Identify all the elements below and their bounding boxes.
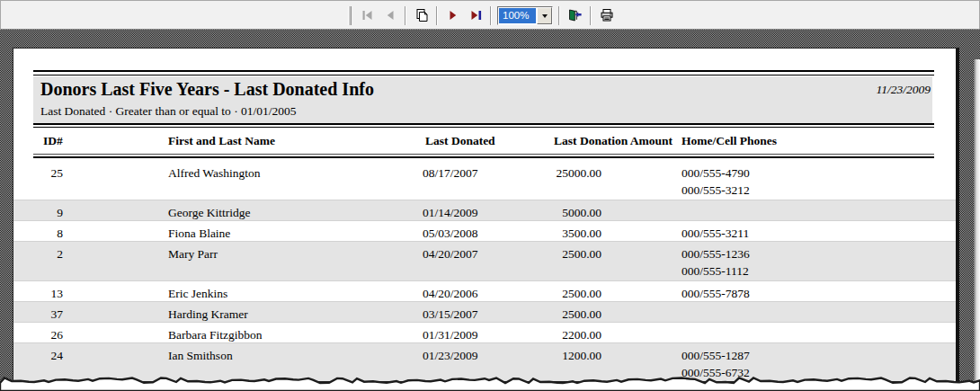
cell-last-donated: 04/20/2006 (423, 285, 478, 302)
cell-amount: 3500.00 (515, 225, 601, 242)
header-underline (33, 154, 934, 155)
cell-name: Harding Kramer (168, 306, 248, 323)
cell-amount: 25000.00 (515, 164, 601, 182)
column-header-amount: Last Donation Amount (554, 134, 673, 148)
table-row: 13 Eric Jenkins 04/20/2006 2500.00 000/5… (13, 281, 956, 302)
table-row: 37 Harding Kramer 03/15/2007 2500.00 (13, 302, 956, 323)
cell-id: 25 (43, 164, 63, 182)
cell-amount: 2500.00 (515, 285, 601, 302)
cell-id: 37 (43, 306, 63, 323)
toolbar-separator (405, 6, 406, 25)
cell-id: 13 (43, 285, 63, 302)
zoom-combobox[interactable]: 100% (497, 6, 553, 25)
print-icon (600, 8, 614, 22)
previous-page-button[interactable] (379, 4, 401, 26)
cell-name: Eric Jenkins (168, 285, 227, 302)
band-bottom-rule (33, 123, 934, 125)
toolbar-grip[interactable] (348, 6, 352, 25)
column-headers: ID# First and Last Name Last Donated Las… (13, 134, 956, 152)
table-row: 2 Mary Parr 04/20/2007 2500.00 000/555-1… (13, 242, 956, 281)
cell-id: 2 (43, 245, 63, 262)
close-preview-button[interactable] (564, 4, 586, 26)
cell-last-donated: 08/17/2007 (423, 164, 478, 182)
print-button[interactable] (595, 4, 618, 26)
toolbar-separator (490, 6, 492, 25)
first-page-icon (361, 8, 375, 22)
header-underline (33, 156, 934, 158)
report-criteria: Last Donated · Greater than or equal to … (40, 104, 297, 119)
column-header-id: ID# (43, 134, 63, 148)
cell-name: Ian Smithson (168, 347, 233, 364)
preview-background: Donors Last Five Years - Last Donated In… (0, 30, 980, 387)
report-page: Donors Last Five Years - Last Donated In… (13, 48, 959, 382)
cell-amount: 2200.00 (515, 326, 601, 343)
cell-last-donated: 04/20/2007 (423, 245, 478, 262)
cell-amount: 2500.00 (515, 306, 601, 323)
cell-id: 24 (43, 347, 63, 364)
last-page-button[interactable] (464, 4, 486, 26)
previous-page-icon (383, 8, 397, 22)
cell-last-donated: 01/14/2009 (423, 204, 478, 221)
column-header-last-donated: Last Donated (425, 134, 495, 148)
band-bottom-rule (33, 127, 934, 128)
cell-name: Alfred Washington (168, 164, 261, 182)
cell-name: Mary Parr (168, 245, 218, 262)
torn-edge (0, 376, 980, 391)
toolbar-separator (436, 6, 438, 25)
top-double-rule (33, 70, 934, 72)
toolbar-separator (558, 6, 560, 25)
cell-name: Fiona Blaine (168, 225, 230, 242)
table-body: 25 Alfred Washington 08/17/2007 25000.00… (13, 161, 956, 381)
column-header-name: First and Last Name (168, 134, 275, 148)
cell-amount: 5000.00 (515, 204, 601, 221)
column-header-phones: Home/Cell Phones (682, 134, 777, 148)
cell-name: George Kittridge (168, 204, 251, 221)
last-page-icon (468, 8, 483, 22)
chevron-down-icon (542, 14, 548, 21)
copy-icon (414, 8, 429, 22)
cell-last-donated: 05/03/2008 (423, 225, 478, 242)
cell-amount: 2500.00 (515, 245, 601, 262)
table-row: 25 Alfred Washington 08/17/2007 25000.00… (13, 161, 956, 200)
toolbar-button-group: 100% (348, 4, 618, 26)
cell-amount: 1200.00 (515, 347, 601, 364)
cell-last-donated: 03/15/2007 (423, 306, 478, 323)
cell-id: 8 (43, 225, 63, 242)
next-page-button[interactable] (441, 4, 464, 26)
report-preview-window: 100% (0, 0, 980, 391)
top-double-rule (33, 75, 934, 76)
zoom-value[interactable]: 100% (499, 8, 536, 23)
cell-phones: 000/555-4790000/555-3212 (682, 164, 750, 199)
page-title: Donors Last Five Years - Last Donated In… (40, 79, 374, 100)
window-right-border (974, 59, 980, 391)
toolbar-separator (590, 6, 592, 25)
toolbar: 100% (0, 0, 980, 30)
close-preview-icon (567, 8, 583, 22)
copy-pages-button[interactable] (410, 4, 432, 26)
next-page-icon (446, 8, 460, 22)
cell-phones: 000/555-1236000/555-1112 (682, 245, 750, 280)
table-row: 8 Fiona Blaine 05/03/2008 3500.00 000/55… (13, 221, 956, 242)
table-row: 26 Barbara Fitzgibbon 01/31/2009 2200.00 (13, 323, 956, 343)
cell-last-donated: 01/23/2009 (423, 347, 478, 364)
cell-name: Barbara Fitzgibbon (168, 326, 263, 343)
cell-id: 26 (43, 326, 63, 343)
cell-phones: 000/555-3211 (682, 225, 749, 242)
cell-last-donated: 01/31/2009 (423, 326, 478, 343)
first-page-button[interactable] (356, 4, 379, 26)
cell-phones: 000/555-7878 (682, 285, 750, 302)
zoom-dropdown-button[interactable] (537, 7, 552, 24)
report-header-band: Donors Last Five Years - Last Donated In… (33, 76, 932, 123)
cell-id: 9 (43, 204, 63, 221)
table-row: 9 George Kittridge 01/14/2009 5000.00 (13, 200, 956, 221)
report-date: 11/23/2009 (877, 83, 931, 97)
